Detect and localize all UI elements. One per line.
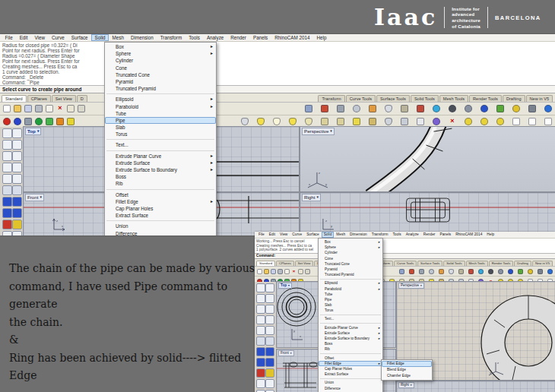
menu-item[interactable]: RhinoCAM 2014 bbox=[271, 34, 313, 41]
dropdown-item[interactable]: Pipe bbox=[105, 117, 216, 124]
dropdown-item[interactable]: Cylinder bbox=[105, 57, 216, 64]
dropdown-item[interactable]: Union bbox=[319, 380, 382, 385]
fillet-tool-icon[interactable] bbox=[12, 220, 22, 229]
dropdown-item[interactable]: Pipe bbox=[319, 297, 382, 302]
green-sphere-icon[interactable] bbox=[35, 118, 43, 125]
viewport-top-label[interactable]: Top ▾ bbox=[278, 283, 292, 289]
dropdown-item[interactable]: Sphere bbox=[105, 50, 216, 57]
menu-item[interactable]: View bbox=[31, 34, 49, 41]
open-folder-icon[interactable] bbox=[14, 105, 21, 112]
scale-tool-icon[interactable] bbox=[12, 231, 22, 236]
polyline-tool-icon[interactable] bbox=[256, 315, 265, 324]
delete-icon[interactable]: × bbox=[291, 269, 297, 274]
box-solid-icon[interactable] bbox=[256, 347, 265, 356]
toolbar-tab[interactable]: Set View bbox=[52, 95, 76, 102]
menu-item[interactable]: Render bbox=[421, 232, 438, 238]
dropdown-item[interactable]: Extrude Surface to Boundary bbox=[105, 166, 216, 173]
curve-edit-icon[interactable] bbox=[265, 326, 274, 335]
toolbar-tab[interactable]: Mesh Tools bbox=[466, 261, 488, 266]
delete-icon[interactable]: × bbox=[56, 105, 64, 112]
menu-item[interactable]: Edit bbox=[16, 34, 31, 41]
dropdown-item[interactable]: Extract Surface bbox=[105, 212, 216, 219]
viewport-right-label[interactable]: Right ▾ bbox=[398, 382, 414, 388]
dropdown-item[interactable]: Boss bbox=[319, 341, 382, 346]
render-sphere-icon[interactable] bbox=[488, 269, 493, 274]
page-2-icon[interactable] bbox=[528, 118, 536, 125]
display-mode-icon[interactable] bbox=[409, 269, 414, 274]
dropdown-item[interactable]: Cap Planar Holes bbox=[105, 205, 216, 212]
transform-tool-icon[interactable] bbox=[2, 231, 12, 236]
environment-icon[interactable] bbox=[496, 105, 504, 112]
sphere-solid-icon[interactable] bbox=[12, 197, 22, 207]
save-icon[interactable] bbox=[271, 269, 276, 274]
cylinder-solid-icon[interactable] bbox=[256, 358, 265, 367]
fillet-tool-icon[interactable] bbox=[265, 368, 274, 378]
dropdown-item[interactable]: Cap Planar Holes bbox=[319, 366, 382, 371]
circle-tool-icon[interactable] bbox=[353, 105, 360, 112]
dropdown-item[interactable] bbox=[320, 279, 381, 280]
menu-item[interactable]: View bbox=[278, 232, 290, 238]
dropdown-item[interactable]: Fillet Edge bbox=[105, 198, 216, 205]
control-point-curve-icon[interactable] bbox=[265, 294, 274, 303]
open-folder-icon[interactable] bbox=[264, 269, 269, 274]
dropdown-item[interactable]: Paraboloid bbox=[105, 103, 216, 110]
blue-sphere-icon[interactable] bbox=[480, 105, 488, 112]
lock-yellow-icon[interactable] bbox=[353, 118, 360, 125]
menu-item[interactable]: Dimension bbox=[127, 34, 157, 41]
rectangle-tool-icon[interactable] bbox=[265, 315, 274, 324]
yellow-frame-icon[interactable] bbox=[67, 118, 75, 125]
rectangle-tool-icon[interactable] bbox=[12, 163, 22, 172]
menu-item[interactable]: Render bbox=[227, 34, 250, 41]
bulbs-icon[interactable] bbox=[385, 118, 392, 125]
dropdown-item[interactable]: Box bbox=[319, 239, 382, 245]
submenu-item[interactable]: Blend Edge bbox=[382, 367, 432, 373]
color-wheel-icon[interactable] bbox=[478, 269, 484, 274]
menu-item[interactable]: Help bbox=[313, 34, 330, 41]
menu-item[interactable]: Mesh bbox=[109, 34, 127, 41]
dropdown-item[interactable]: Boss bbox=[105, 173, 216, 180]
shade-bulb-icon[interactable] bbox=[385, 105, 392, 112]
toolbar-tab[interactable]: Transform bbox=[318, 95, 344, 102]
copy-icon[interactable] bbox=[284, 269, 290, 274]
toolbar-tab[interactable]: Mesh Tools bbox=[439, 95, 468, 102]
menu-item[interactable]: Tools bbox=[186, 34, 204, 41]
dropdown-item[interactable]: Offset bbox=[319, 356, 382, 361]
surface-tool-icon[interactable] bbox=[2, 185, 12, 195]
menu-item[interactable]: RhinoCAM 2014 bbox=[453, 232, 484, 238]
dropdown-item[interactable]: Rib bbox=[105, 180, 216, 187]
pointer-tool-icon[interactable] bbox=[256, 283, 265, 292]
dropdown-item[interactable]: Tube bbox=[319, 292, 382, 297]
blue-sphere-icon[interactable] bbox=[14, 118, 21, 125]
copy-icon[interactable] bbox=[46, 105, 53, 112]
layer-red-icon[interactable] bbox=[468, 269, 474, 274]
dropdown-item[interactable]: Torus bbox=[319, 308, 382, 313]
pipe-solid-icon[interactable] bbox=[12, 208, 22, 218]
render-sphere-icon[interactable] bbox=[449, 105, 456, 112]
ellipse-tool-icon[interactable] bbox=[12, 151, 22, 161]
toolbar-tab[interactable]: Surface Tools bbox=[376, 95, 410, 102]
dropdown-item[interactable]: Ellipsoid bbox=[319, 280, 382, 286]
lock-view-icon[interactable] bbox=[401, 105, 408, 112]
viewport-front-label[interactable]: Front ▾ bbox=[278, 350, 294, 356]
toolbar-tab[interactable]: Drafting bbox=[503, 95, 525, 102]
layer-table-icon[interactable] bbox=[399, 269, 404, 274]
color-wheel-icon[interactable] bbox=[433, 105, 440, 112]
toolbar-tab[interactable]: Surface Tools bbox=[417, 261, 442, 266]
dropdown-item[interactable]: Extrude Planar Curve bbox=[105, 153, 216, 160]
dropdown-item[interactable]: Ellipsoid bbox=[105, 96, 216, 103]
material-spheres-icon[interactable] bbox=[498, 269, 503, 274]
paste-icon[interactable] bbox=[67, 105, 75, 112]
dropdown-item[interactable]: Extract Surface bbox=[319, 371, 382, 377]
object-snap-icon[interactable] bbox=[419, 269, 424, 274]
red-sphere-icon[interactable] bbox=[3, 118, 11, 125]
toolbar-tab[interactable]: Drafting bbox=[514, 261, 531, 266]
sweep-tool-icon[interactable] bbox=[265, 337, 274, 346]
dropdown-item[interactable]: Truncated Cone bbox=[319, 261, 382, 267]
submenu-item[interactable]: Fillet Edge bbox=[382, 361, 432, 367]
circle-tool-icon[interactable] bbox=[429, 269, 434, 274]
viewport-top-label[interactable]: Top ▾ bbox=[25, 128, 41, 135]
pointer-tool-icon[interactable] bbox=[2, 128, 12, 138]
dropdown-item[interactable] bbox=[320, 315, 381, 315]
dropdown-item[interactable]: Difference bbox=[105, 230, 216, 236]
dropdown-item[interactable] bbox=[320, 323, 381, 324]
